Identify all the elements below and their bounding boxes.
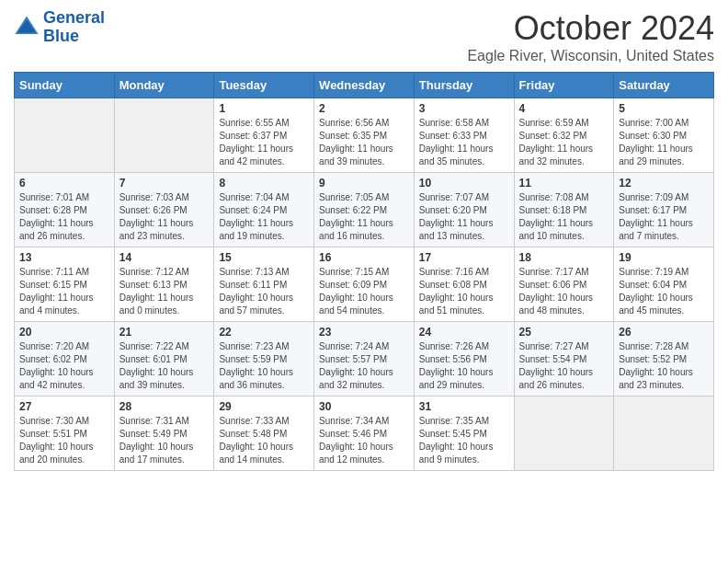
day-info: Sunrise: 7:01 AMSunset: 6:28 PMDaylight:… <box>19 191 109 243</box>
logo-general: General <box>43 8 105 27</box>
day-number: 26 <box>619 326 709 339</box>
day-info: Sunrise: 7:00 AMSunset: 6:30 PMDaylight:… <box>619 117 709 168</box>
day-number: 27 <box>19 400 109 413</box>
day-number: 10 <box>419 177 509 190</box>
day-number: 18 <box>519 251 609 264</box>
day-cell: 12Sunrise: 7:09 AMSunset: 6:17 PMDayligh… <box>614 173 714 247</box>
day-info: Sunrise: 7:20 AMSunset: 6:02 PMDaylight:… <box>19 340 109 392</box>
day-cell: 5Sunrise: 7:00 AMSunset: 6:30 PMDaylight… <box>614 98 714 173</box>
day-info: Sunrise: 7:24 AMSunset: 5:57 PMDaylight:… <box>319 340 409 392</box>
day-number: 3 <box>419 102 509 115</box>
page-header: General Blue October 2024 Eagle River, W… <box>14 9 714 64</box>
day-number: 31 <box>419 400 509 413</box>
day-cell: 22Sunrise: 7:23 AMSunset: 5:59 PMDayligh… <box>214 322 314 396</box>
col-header-friday: Friday <box>514 73 614 98</box>
day-number: 30 <box>319 400 409 413</box>
day-info: Sunrise: 7:35 AMSunset: 5:45 PMDaylight:… <box>419 415 509 466</box>
day-cell: 17Sunrise: 7:16 AMSunset: 6:08 PMDayligh… <box>414 247 514 322</box>
month-title: October 2024 <box>467 9 714 48</box>
calendar-table: SundayMondayTuesdayWednesdayThursdayFrid… <box>14 72 714 471</box>
day-info: Sunrise: 6:59 AMSunset: 6:32 PMDaylight:… <box>519 117 609 168</box>
day-info: Sunrise: 7:16 AMSunset: 6:08 PMDaylight:… <box>419 266 509 317</box>
col-header-tuesday: Tuesday <box>214 73 314 98</box>
day-info: Sunrise: 7:03 AMSunset: 6:26 PMDaylight:… <box>119 191 210 243</box>
day-number: 15 <box>219 251 309 264</box>
day-cell: 18Sunrise: 7:17 AMSunset: 6:06 PMDayligh… <box>514 247 614 322</box>
day-cell: 29Sunrise: 7:33 AMSunset: 5:48 PMDayligh… <box>214 396 314 471</box>
day-cell: 14Sunrise: 7:12 AMSunset: 6:13 PMDayligh… <box>114 247 214 322</box>
day-cell <box>114 98 214 173</box>
day-cell: 20Sunrise: 7:20 AMSunset: 6:02 PMDayligh… <box>15 322 115 396</box>
col-header-sunday: Sunday <box>15 73 115 98</box>
col-header-wednesday: Wednesday <box>314 73 415 98</box>
day-cell <box>15 98 115 173</box>
day-number: 29 <box>219 400 309 413</box>
day-number: 14 <box>119 251 210 264</box>
day-number: 16 <box>319 251 409 264</box>
day-number: 25 <box>519 326 609 339</box>
day-cell: 19Sunrise: 7:19 AMSunset: 6:04 PMDayligh… <box>614 247 714 322</box>
day-cell: 10Sunrise: 7:07 AMSunset: 6:20 PMDayligh… <box>414 173 514 247</box>
header-row: SundayMondayTuesdayWednesdayThursdayFrid… <box>15 73 714 98</box>
day-number: 28 <box>119 400 210 413</box>
day-info: Sunrise: 7:22 AMSunset: 6:01 PMDaylight:… <box>119 340 210 392</box>
day-cell: 30Sunrise: 7:34 AMSunset: 5:46 PMDayligh… <box>314 396 415 471</box>
day-info: Sunrise: 7:13 AMSunset: 6:11 PMDaylight:… <box>219 266 309 317</box>
day-cell: 4Sunrise: 6:59 AMSunset: 6:32 PMDaylight… <box>514 98 614 173</box>
day-info: Sunrise: 7:07 AMSunset: 6:20 PMDaylight:… <box>419 191 509 243</box>
day-number: 8 <box>219 177 309 190</box>
day-info: Sunrise: 6:58 AMSunset: 6:33 PMDaylight:… <box>419 117 509 168</box>
week-row-2: 6Sunrise: 7:01 AMSunset: 6:28 PMDaylight… <box>15 173 714 247</box>
day-info: Sunrise: 7:31 AMSunset: 5:49 PMDaylight:… <box>119 415 210 466</box>
day-cell: 13Sunrise: 7:11 AMSunset: 6:15 PMDayligh… <box>15 247 115 322</box>
day-number: 17 <box>419 251 509 264</box>
day-cell: 27Sunrise: 7:30 AMSunset: 5:51 PMDayligh… <box>15 396 115 471</box>
day-info: Sunrise: 7:23 AMSunset: 5:59 PMDaylight:… <box>219 340 309 392</box>
day-cell: 24Sunrise: 7:26 AMSunset: 5:56 PMDayligh… <box>414 322 514 396</box>
day-number: 2 <box>319 102 409 115</box>
logo-blue: Blue <box>43 27 79 45</box>
day-cell: 1Sunrise: 6:55 AMSunset: 6:37 PMDaylight… <box>214 98 314 173</box>
day-number: 5 <box>619 102 709 115</box>
day-number: 23 <box>319 326 409 339</box>
col-header-thursday: Thursday <box>414 73 514 98</box>
day-number: 4 <box>519 102 609 115</box>
day-info: Sunrise: 7:17 AMSunset: 6:06 PMDaylight:… <box>519 266 609 317</box>
week-row-4: 20Sunrise: 7:20 AMSunset: 6:02 PMDayligh… <box>15 322 714 396</box>
day-cell: 26Sunrise: 7:28 AMSunset: 5:52 PMDayligh… <box>614 322 714 396</box>
day-number: 6 <box>19 177 109 190</box>
day-cell: 2Sunrise: 6:56 AMSunset: 6:35 PMDaylight… <box>314 98 415 173</box>
day-number: 20 <box>19 326 109 339</box>
day-cell: 25Sunrise: 7:27 AMSunset: 5:54 PMDayligh… <box>514 322 614 396</box>
day-info: Sunrise: 7:28 AMSunset: 5:52 PMDaylight:… <box>619 340 709 392</box>
day-cell: 11Sunrise: 7:08 AMSunset: 6:18 PMDayligh… <box>514 173 614 247</box>
day-number: 19 <box>619 251 709 264</box>
day-info: Sunrise: 7:04 AMSunset: 6:24 PMDaylight:… <box>219 191 309 243</box>
day-number: 24 <box>419 326 509 339</box>
day-number: 21 <box>119 326 210 339</box>
week-row-3: 13Sunrise: 7:11 AMSunset: 6:15 PMDayligh… <box>15 247 714 322</box>
day-cell: 21Sunrise: 7:22 AMSunset: 6:01 PMDayligh… <box>114 322 214 396</box>
day-info: Sunrise: 7:33 AMSunset: 5:48 PMDaylight:… <box>219 415 309 466</box>
day-number: 11 <box>519 177 609 190</box>
day-info: Sunrise: 7:19 AMSunset: 6:04 PMDaylight:… <box>619 266 709 317</box>
day-info: Sunrise: 7:09 AMSunset: 6:17 PMDaylight:… <box>619 191 709 243</box>
day-info: Sunrise: 6:56 AMSunset: 6:35 PMDaylight:… <box>319 117 409 168</box>
day-number: 12 <box>619 177 709 190</box>
day-number: 7 <box>119 177 210 190</box>
day-cell: 15Sunrise: 7:13 AMSunset: 6:11 PMDayligh… <box>214 247 314 322</box>
day-info: Sunrise: 7:11 AMSunset: 6:15 PMDaylight:… <box>19 266 109 317</box>
day-number: 1 <box>219 102 309 115</box>
day-cell: 23Sunrise: 7:24 AMSunset: 5:57 PMDayligh… <box>314 322 415 396</box>
day-info: Sunrise: 7:15 AMSunset: 6:09 PMDaylight:… <box>319 266 409 317</box>
day-info: Sunrise: 7:27 AMSunset: 5:54 PMDaylight:… <box>519 340 609 392</box>
day-info: Sunrise: 6:55 AMSunset: 6:37 PMDaylight:… <box>219 117 309 168</box>
day-cell: 6Sunrise: 7:01 AMSunset: 6:28 PMDaylight… <box>15 173 115 247</box>
day-info: Sunrise: 7:05 AMSunset: 6:22 PMDaylight:… <box>319 191 409 243</box>
day-cell: 16Sunrise: 7:15 AMSunset: 6:09 PMDayligh… <box>314 247 415 322</box>
day-info: Sunrise: 7:12 AMSunset: 6:13 PMDaylight:… <box>119 266 210 317</box>
title-block: October 2024 Eagle River, Wisconsin, Uni… <box>467 9 714 64</box>
location-subtitle: Eagle River, Wisconsin, United States <box>467 48 714 64</box>
day-cell: 31Sunrise: 7:35 AMSunset: 5:45 PMDayligh… <box>414 396 514 471</box>
logo: General Blue <box>14 9 105 46</box>
